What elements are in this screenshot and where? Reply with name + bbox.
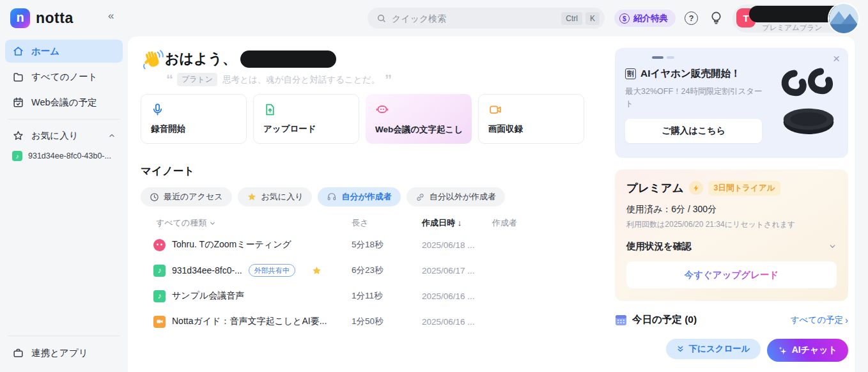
today-schedule: 今日の予定 (0) すべての予定 › xyxy=(615,313,848,327)
user-photo-avatar[interactable] xyxy=(829,4,858,33)
sidebar-collapse-icon[interactable]: « xyxy=(108,10,114,22)
column-label: すべての種類 xyxy=(156,217,206,229)
action-label: Web会議の文字起こし xyxy=(375,124,462,136)
home-icon xyxy=(12,45,24,58)
quick-actions: 録音開始 アップロード Web会議の文字起こし 画面収録 xyxy=(141,94,584,144)
right-column: × 割 AIイヤホン販売開始！ 最大32%OFF！24時間限定割引スタート ご購… xyxy=(615,36,848,372)
sidebar-favorite-note[interactable]: ♪ 931d34ee-8fc0-43b0-... xyxy=(5,146,123,166)
plan-label: プレミアムプラン xyxy=(762,23,822,33)
brand-name: notta xyxy=(36,10,74,27)
sidebar-item-all-notes[interactable]: すべてのノート xyxy=(5,65,123,88)
audio-file-icon: ♪ xyxy=(153,265,166,277)
dollar-icon: $ xyxy=(619,13,630,24)
sidebar-item-label: Web会議の予定 xyxy=(31,97,97,109)
upgrade-label: 今すぐアップグレード xyxy=(685,269,779,281)
sidebar-item-integrations[interactable]: 連携とアプリ xyxy=(5,341,123,364)
note-title[interactable]: 931d34ee-8fc0-... xyxy=(172,265,242,275)
chevron-down-icon xyxy=(828,242,837,251)
purchase-button[interactable]: ご購入はこちら xyxy=(625,119,762,143)
usage-summary: 使用済み：6分 / 300分 xyxy=(626,204,837,215)
action-label: アップロード xyxy=(263,123,349,135)
sidebar-item-meeting-schedule[interactable]: Web会議の予定 xyxy=(5,91,123,114)
note-title[interactable]: サンプル会議音声 xyxy=(172,290,244,302)
note-duration: 1分11秒 xyxy=(352,290,422,302)
discount-badge-icon: 割 xyxy=(625,68,636,79)
audio-file-icon: ♪ xyxy=(12,151,22,161)
chevron-right-icon: › xyxy=(845,314,848,325)
scroll-down-label: 下にスクロール xyxy=(689,343,750,355)
column-duration: 長さ xyxy=(352,217,422,229)
filter-created-by-others[interactable]: 自分以外が作成者 xyxy=(407,187,505,206)
premium-card: プレミアム 3日間トライアル 使用済み：6分 / 300分 利用回数は2025/… xyxy=(615,169,848,301)
ai-chat-button[interactable]: AIチャット xyxy=(767,339,848,362)
close-icon[interactable]: × xyxy=(833,52,840,66)
filter-label: 自分以外が作成者 xyxy=(430,191,496,203)
sparkle-icon xyxy=(778,346,787,355)
note-duration: 6分23秒 xyxy=(352,265,422,276)
referral-bonus-button[interactable]: $ 紹介特典 xyxy=(614,10,676,27)
search-input[interactable] xyxy=(392,13,558,24)
notta-logo[interactable]: n notta xyxy=(10,8,74,28)
promo-card: × 割 AIイヤホン販売開始！ 最大32%OFF！24時間限定割引スタート ご購… xyxy=(615,48,848,158)
sidebar-item-label: すべてのノート xyxy=(31,71,98,83)
screen-record-icon xyxy=(488,103,502,116)
carousel-indicator[interactable] xyxy=(625,56,838,59)
star-icon xyxy=(247,192,257,202)
record-start-button[interactable]: 録音開始 xyxy=(141,94,247,144)
quote-text: 思考とは、魂が自分と対話することだ。 xyxy=(222,74,380,86)
screen-record-button[interactable]: 画面収録 xyxy=(478,94,584,144)
filter-label: 最近のアクセス xyxy=(164,191,223,203)
all-schedules-label: すべての予定 xyxy=(791,314,843,326)
scroll-down-button[interactable]: 下にスクロール xyxy=(666,339,761,359)
favorites-label: お気に入り xyxy=(31,130,79,142)
note-title[interactable]: Nottaガイド：音声文字起こしとAI要... xyxy=(172,316,327,327)
note-duration: 5分18秒 xyxy=(352,239,422,251)
redacted-username xyxy=(749,6,842,22)
filter-favorites[interactable]: お気に入り xyxy=(238,187,313,206)
all-schedules-link[interactable]: すべての予定 › xyxy=(791,314,848,326)
filter-recent-access[interactable]: 最近のアクセス xyxy=(141,187,232,206)
table-row[interactable]: ♪ 931d34ee-8fc0-... 外部共有中 6分23秒 2025/06/… xyxy=(141,258,597,283)
note-title[interactable]: Tohru. TのZoomミーティング xyxy=(172,239,291,251)
daily-quote: “ プラトン 思考とは、魂が自分と対話することだ。 ” xyxy=(166,73,391,86)
column-creator: 作成者 xyxy=(492,217,597,229)
headphones-icon xyxy=(327,192,337,202)
note-filters: 最近のアクセス お気に入り 自分が作成者 自分以外が作成者 xyxy=(141,187,505,206)
table-row[interactable]: ♪ サンプル会議音声 1分11秒 2025/06/16 ... xyxy=(141,283,597,309)
usage-detail-toggle[interactable]: 使用状況を確認 xyxy=(626,240,837,252)
upgrade-button[interactable]: 今すぐアップグレード xyxy=(626,261,837,288)
sidebar-favorites-header[interactable]: お気に入り xyxy=(5,125,123,146)
chevron-up-icon[interactable] xyxy=(108,132,116,139)
floating-buttons: 下にスクロール AIチャット xyxy=(615,339,848,362)
folder-icon xyxy=(12,71,24,83)
note-duration: 1分50秒 xyxy=(352,316,422,327)
meeting-transcribe-button[interactable]: Web会議の文字起こし xyxy=(366,94,472,144)
column-type[interactable]: すべての種類 xyxy=(141,217,352,229)
table-row[interactable]: Nottaガイド：音声文字起こしとAI要... 1分50秒 2025/06/16… xyxy=(141,309,597,334)
sidebar-item-label: ホーム xyxy=(31,45,59,58)
filter-label: お気に入り xyxy=(261,191,304,203)
sidebar-footer: 連携とアプリ xyxy=(5,330,123,367)
notes-table: すべての種類 長さ 作成日時 ↓ 作成者 Tohru. TのZoomミーティング… xyxy=(141,214,597,334)
sidebar-item-home[interactable]: ホーム xyxy=(5,40,123,63)
redacted-display-name xyxy=(240,50,336,68)
action-label: 画面収録 xyxy=(488,123,574,135)
greeting-text: おはよう、 xyxy=(165,49,236,68)
favorite-star-icon[interactable] xyxy=(311,265,322,276)
upload-button[interactable]: アップロード xyxy=(253,94,359,144)
filter-created-by-me[interactable]: 自分が作成者 xyxy=(318,187,400,206)
sidebar-item-label: 連携とアプリ xyxy=(31,347,88,359)
table-row[interactable]: Tohru. TのZoomミーティング 5分18秒 2025/06/18 ... xyxy=(141,232,597,258)
whats-new-bulb-icon[interactable] xyxy=(709,11,723,28)
my-notes-title: マイノート xyxy=(141,164,194,178)
greeting-row: おはよう、 xyxy=(165,49,336,68)
quick-search[interactable]: Ctrl K xyxy=(368,8,605,29)
help-icon[interactable]: ? xyxy=(685,12,698,25)
note-created: 2025/06/16 ... xyxy=(422,317,492,327)
apps-icon xyxy=(12,347,24,359)
favorite-note-label: 931d34ee-8fc0-43b0-... xyxy=(28,151,111,160)
double-chevron-down-icon xyxy=(676,345,685,353)
star-icon xyxy=(12,130,24,142)
search-icon xyxy=(376,13,387,24)
column-created[interactable]: 作成日時 ↓ xyxy=(422,217,492,229)
